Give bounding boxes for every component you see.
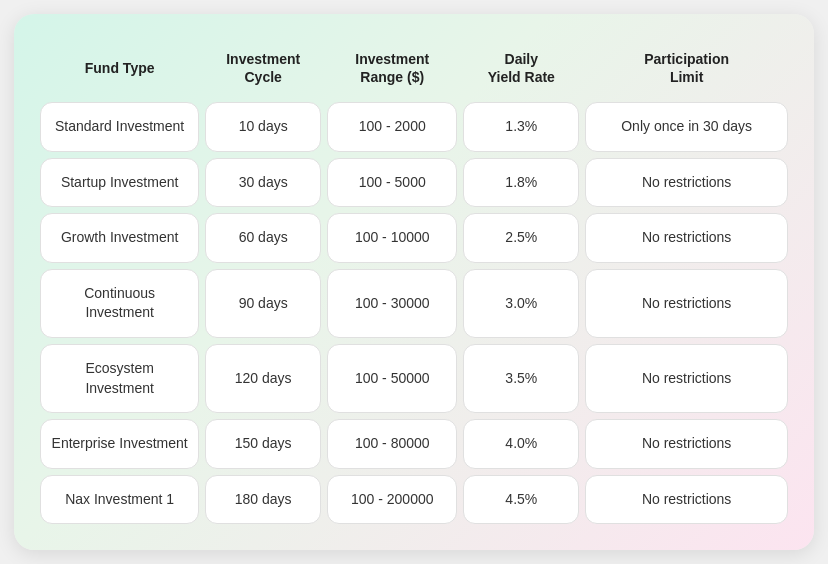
- table-row: Nax Investment 1180 days100 - 2000004.5%…: [40, 475, 788, 525]
- cell-limit: No restrictions: [585, 269, 788, 338]
- cell-range: 100 - 5000: [327, 158, 457, 208]
- table-row: Enterprise Investment150 days100 - 80000…: [40, 419, 788, 469]
- table-row: Continuous Investment90 days100 - 300003…: [40, 269, 788, 338]
- table-row: Startup Investment30 days100 - 50001.8%N…: [40, 158, 788, 208]
- table-row: Growth Investment60 days100 - 100002.5%N…: [40, 213, 788, 263]
- cell-fund-type: Startup Investment: [40, 158, 199, 208]
- cell-yield: 1.8%: [463, 158, 579, 208]
- cell-fund-type: Nax Investment 1: [40, 475, 199, 525]
- table-header-row: Fund Type InvestmentCycle InvestmentRang…: [40, 40, 788, 96]
- header-participation-limit: ParticipationLimit: [585, 40, 788, 96]
- header-investment-range: InvestmentRange ($): [327, 40, 457, 96]
- header-fund-type: Fund Type: [40, 40, 199, 96]
- cell-fund-type: Ecosystem Investment: [40, 344, 199, 413]
- cell-cycle: 120 days: [205, 344, 321, 413]
- cell-yield: 4.0%: [463, 419, 579, 469]
- cell-limit: No restrictions: [585, 344, 788, 413]
- cell-limit: No restrictions: [585, 419, 788, 469]
- cell-cycle: 30 days: [205, 158, 321, 208]
- cell-yield: 3.5%: [463, 344, 579, 413]
- cell-cycle: 60 days: [205, 213, 321, 263]
- cell-range: 100 - 10000: [327, 213, 457, 263]
- header-daily-yield: DailyYield Rate: [463, 40, 579, 96]
- cell-limit: Only once in 30 days: [585, 102, 788, 152]
- cell-limit: No restrictions: [585, 213, 788, 263]
- cell-cycle: 150 days: [205, 419, 321, 469]
- cell-range: 100 - 200000: [327, 475, 457, 525]
- cell-cycle: 180 days: [205, 475, 321, 525]
- cell-range: 100 - 80000: [327, 419, 457, 469]
- cell-limit: No restrictions: [585, 475, 788, 525]
- cell-fund-type: Standard Investment: [40, 102, 199, 152]
- cell-yield: 3.0%: [463, 269, 579, 338]
- cell-yield: 2.5%: [463, 213, 579, 263]
- header-investment-cycle: InvestmentCycle: [205, 40, 321, 96]
- cell-cycle: 10 days: [205, 102, 321, 152]
- cell-yield: 4.5%: [463, 475, 579, 525]
- table-row: Ecosystem Investment120 days100 - 500003…: [40, 344, 788, 413]
- cell-range: 100 - 2000: [327, 102, 457, 152]
- cell-limit: No restrictions: [585, 158, 788, 208]
- investment-table-card: Fund Type InvestmentCycle InvestmentRang…: [14, 14, 814, 551]
- cell-fund-type: Enterprise Investment: [40, 419, 199, 469]
- cell-range: 100 - 30000: [327, 269, 457, 338]
- investment-table: Fund Type InvestmentCycle InvestmentRang…: [34, 34, 794, 531]
- table-row: Standard Investment10 days100 - 20001.3%…: [40, 102, 788, 152]
- cell-yield: 1.3%: [463, 102, 579, 152]
- table-wrapper: Fund Type InvestmentCycle InvestmentRang…: [34, 34, 794, 531]
- cell-fund-type: Continuous Investment: [40, 269, 199, 338]
- cell-fund-type: Growth Investment: [40, 213, 199, 263]
- cell-range: 100 - 50000: [327, 344, 457, 413]
- cell-cycle: 90 days: [205, 269, 321, 338]
